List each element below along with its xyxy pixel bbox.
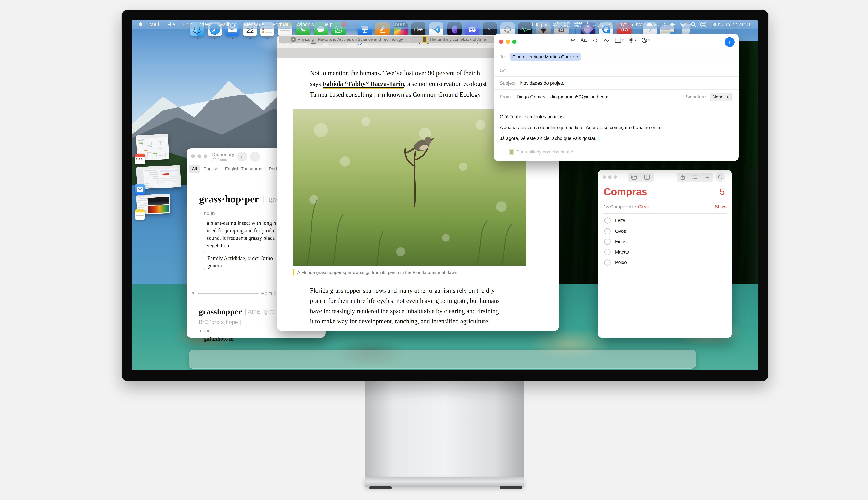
display-stand-base bbox=[365, 477, 524, 488]
recipient-token[interactable]: Diogo Henrique Martins Gomes▾ bbox=[510, 53, 581, 60]
menu-message[interactable]: Message bbox=[244, 22, 264, 27]
status-temp1[interactable]: 46° bbox=[609, 22, 616, 27]
subject-field[interactable]: Subject: Novidades do projeto! bbox=[500, 79, 566, 88]
dictionary-tab-thesaurus[interactable]: English Thesaurus bbox=[222, 165, 265, 173]
spotlight-search-icon[interactable] bbox=[691, 22, 696, 27]
sort-list-icon[interactable] bbox=[692, 175, 698, 180]
notes-mini-icon[interactable] bbox=[135, 209, 145, 220]
physorg-favicon: ✦ bbox=[291, 37, 296, 42]
column-view-icon[interactable] bbox=[644, 175, 650, 180]
status-gpu[interactable]: GPU21% bbox=[563, 21, 570, 28]
search-button[interactable] bbox=[716, 173, 725, 182]
dock bbox=[189, 350, 696, 369]
show-button[interactable]: Show bbox=[715, 204, 727, 209]
dictionary-minimize-button[interactable] bbox=[197, 154, 201, 158]
menu-format[interactable]: Format bbox=[272, 22, 288, 27]
status-mem[interactable]: MEM59% bbox=[574, 21, 582, 28]
article-paragraph-line: have increasingly rendered the space inh… bbox=[310, 306, 559, 316]
list-view-icon[interactable] bbox=[631, 175, 637, 180]
reminder-item[interactable]: Ovos bbox=[604, 228, 626, 234]
reminders-zoom-button[interactable] bbox=[614, 175, 617, 179]
reminder-checkbox[interactable] bbox=[604, 228, 610, 234]
article-paragraph-line: prairie for their entire life cycles, no… bbox=[310, 296, 559, 306]
wifi-icon[interactable] bbox=[680, 22, 686, 27]
markup-icon[interactable] bbox=[604, 37, 610, 43]
share-icon[interactable] bbox=[680, 175, 685, 180]
completed-count: 13 Completed bbox=[604, 204, 633, 209]
stand-foot-right bbox=[500, 487, 522, 489]
section-collapse-triangle[interactable]: ▼ bbox=[191, 291, 195, 296]
article-paragraph-line: Florida grasshopper sparrows and many ot… bbox=[310, 285, 559, 296]
from-field[interactable]: From: Diogo Gomes – diogogomes50@icloud.… bbox=[500, 92, 608, 102]
reminders-window: + Compras 5 13 Completed • Clear Show Le… bbox=[598, 170, 732, 338]
menu-window[interactable]: Window bbox=[296, 22, 314, 27]
article-link[interactable]: Fabiola “Fabby” Baeza-Tarin bbox=[322, 80, 404, 88]
calendar-mini-icon[interactable] bbox=[135, 154, 145, 164]
menu-clock[interactable]: Sun Jun 22 21:01 bbox=[711, 22, 751, 27]
menu-mailbox[interactable]: Mailbox bbox=[219, 22, 236, 27]
reminder-checkbox[interactable] bbox=[604, 239, 610, 245]
send-later-icon[interactable]: ▾ bbox=[641, 37, 650, 43]
reminders-close-button[interactable] bbox=[603, 175, 606, 179]
to-field[interactable]: To: Diogo Henrique Martins Gomes▾ bbox=[500, 52, 581, 61]
dictionary-headword: grass·hop·per bbox=[199, 193, 259, 205]
control-center-icon[interactable] bbox=[700, 22, 706, 27]
status-network[interactable]: 4 KB/s35 KB/s bbox=[593, 21, 604, 28]
list-style-icon[interactable]: ▾ bbox=[615, 37, 624, 43]
reminders-minimize-button[interactable] bbox=[608, 175, 612, 179]
weather-cloud-icon[interactable] bbox=[646, 22, 652, 27]
status-cpu[interactable]: CPU4% bbox=[552, 21, 559, 28]
reminder-item[interactable]: Figos bbox=[604, 239, 627, 245]
emoji-icon[interactable]: ☺ bbox=[592, 36, 598, 44]
reminder-checkbox[interactable] bbox=[604, 217, 610, 224]
article-photo-sparrow bbox=[293, 109, 526, 266]
reminder-checkbox[interactable] bbox=[604, 249, 610, 255]
reminder-item[interactable]: Leite bbox=[604, 217, 625, 224]
dictionary-headword2: grasshopper bbox=[199, 307, 242, 316]
mail-compose-window: ↩ Aa ☺ ▾ ▾ ▾ ↑ To: Diogo Henrique Martin… bbox=[494, 34, 739, 161]
status-temp2[interactable]: 47° bbox=[619, 22, 627, 27]
signature-dropdown[interactable]: None ▲▼ bbox=[710, 92, 732, 101]
status-disk[interactable]: RW bbox=[586, 21, 589, 28]
status-weather-temp[interactable]: 20°C bbox=[654, 22, 665, 27]
status-power[interactable]: 6,8W bbox=[630, 22, 642, 27]
attach-icon[interactable]: ▾ bbox=[629, 37, 636, 43]
reminder-item[interactable]: Peixe bbox=[604, 259, 627, 266]
dictionary-zoom-button[interactable] bbox=[204, 154, 207, 158]
mail-minimize-button[interactable] bbox=[506, 39, 510, 44]
mail-mini-icon[interactable] bbox=[135, 184, 145, 195]
status-fan-speed[interactable]: 1000rpm bbox=[529, 22, 547, 27]
definition-line: used for jumping and for produ bbox=[207, 227, 276, 234]
mail-close-button[interactable] bbox=[499, 39, 503, 44]
format-text-icon[interactable]: Aa bbox=[581, 37, 587, 43]
volume-icon[interactable] bbox=[670, 22, 675, 27]
add-reminder-icon[interactable]: + bbox=[705, 173, 709, 181]
reminder-item[interactable]: Maças bbox=[604, 249, 629, 255]
dictionary-translation: gafanhoto m bbox=[204, 336, 234, 342]
mail-zoom-button[interactable] bbox=[512, 39, 516, 44]
undo-icon[interactable]: ↩ bbox=[570, 37, 575, 44]
mail-body[interactable]: Olá! Tenho excelentes notícias. A Joana … bbox=[500, 112, 732, 144]
menu-view[interactable]: View bbox=[200, 22, 210, 27]
dictionary-close-button[interactable] bbox=[191, 154, 195, 158]
apple-menu-icon[interactable] bbox=[138, 22, 142, 27]
cc-field[interactable]: Cc: bbox=[500, 66, 507, 75]
clear-button[interactable]: Clear bbox=[638, 204, 649, 209]
dragged-link-preview[interactable]: The unlikely comeback of A bbox=[509, 149, 574, 155]
tab-physorg[interactable]: ✦ Phys.org - News and Articles on Scienc… bbox=[278, 36, 415, 43]
dictionary-prev-button[interactable] bbox=[250, 151, 260, 162]
menu-file[interactable]: File bbox=[167, 22, 175, 27]
dictionary-tab-english[interactable]: English bbox=[201, 165, 221, 173]
text-cursor bbox=[598, 135, 598, 141]
reminder-checkbox[interactable] bbox=[604, 259, 610, 266]
send-button[interactable]: ↑ bbox=[725, 37, 734, 47]
menu-help[interactable]: Help bbox=[322, 22, 333, 27]
dictionary-next-button[interactable]: » bbox=[237, 151, 247, 162]
menu-bar: Mail File Edit View Mailbox Message Form… bbox=[132, 20, 758, 29]
dictionary-pos2: noun bbox=[200, 328, 210, 333]
dictionary-pron-bre: BrE ˈgrɑːsˌhɒpə | bbox=[199, 319, 241, 325]
dictionary-tab-all[interactable]: All bbox=[189, 165, 199, 173]
list-title: Compras bbox=[604, 186, 647, 197]
menu-edit[interactable]: Edit bbox=[183, 22, 192, 27]
menu-mail[interactable]: Mail bbox=[149, 22, 159, 27]
